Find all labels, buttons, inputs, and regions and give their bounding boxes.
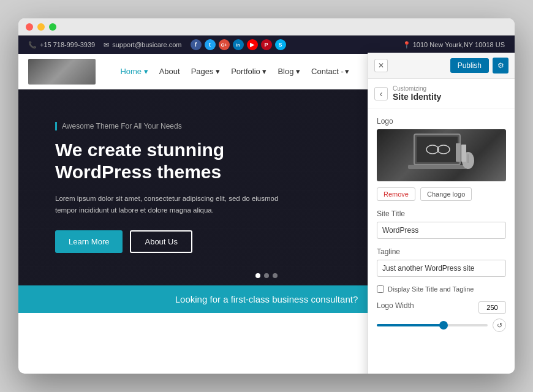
site-logo (28, 59, 96, 85)
logo-width-field-group: Logo Width ↺ (377, 301, 506, 332)
email-info: ✉ support@busicare.com (104, 41, 181, 49)
mac-titlebar (18, 18, 515, 36)
logo-width-input[interactable] (478, 301, 506, 314)
dot-3[interactable] (273, 273, 278, 278)
top-bar-left: 📞 +15 718-999-3939 ✉ support@busicare.co… (28, 39, 286, 50)
slider-fill (377, 324, 444, 326)
tagline-label: Tagline (377, 247, 506, 256)
learn-more-button[interactable]: Learn More (55, 230, 123, 253)
customizer-section-title: Site Identity (393, 92, 441, 102)
hero-description: Lorem ipsum dolor sit amet, consectetur … (55, 193, 288, 216)
publish-button[interactable]: Publish (450, 58, 489, 73)
settings-button[interactable]: ⚙ (493, 58, 508, 74)
logo-image (28, 59, 96, 85)
hero-dots (255, 273, 278, 278)
dot-1[interactable] (255, 273, 260, 278)
email-address: support@busicare.com (112, 41, 181, 48)
remove-logo-button[interactable]: Remove (377, 187, 415, 201)
change-logo-button[interactable]: Change logo (420, 187, 472, 201)
back-button[interactable]: ‹ (374, 87, 388, 100)
logo-action-buttons: Remove Change logo (377, 187, 506, 201)
logo-illustration (402, 131, 482, 180)
logo-width-row: Logo Width (377, 301, 506, 314)
customizer-close-button[interactable]: ✕ (374, 59, 388, 72)
twitter-icon[interactable]: t (205, 39, 216, 50)
dot-2[interactable] (264, 273, 269, 278)
about-us-button[interactable]: About Us (130, 230, 192, 253)
customizer-actions: Publish ⚙ (450, 58, 508, 74)
bottom-bar-text: Looking for a first-class business consu… (175, 294, 358, 304)
tagline-input[interactable] (377, 260, 506, 277)
nav-links: Home ▾ About Pages ▾ Portfolio ▾ Blog ▾ … (120, 67, 349, 76)
customizer-body: Logo (368, 108, 515, 374)
customizer-nav-info: Customizing Site Identity (393, 85, 441, 102)
slider-track[interactable] (377, 324, 488, 326)
pinterest-icon[interactable]: P (261, 39, 272, 50)
display-checkbox-row: Display Site Title and Tagline (377, 285, 506, 293)
top-bar: 📞 +15 718-999-3939 ✉ support@busicare.co… (18, 36, 515, 54)
social-icons: f t G+ in ▶ P S (191, 39, 286, 50)
customizer-panel: ✕ Publish ⚙ ‹ Customizing Site Identity … (368, 53, 515, 374)
location-icon: 📍 (403, 41, 411, 48)
logo-label: Logo (377, 117, 506, 126)
hero-content: Awesome Theme For All Your Needs We crea… (55, 122, 337, 253)
nav-pages[interactable]: Pages ▾ (191, 67, 220, 76)
googleplus-icon[interactable]: G+ (219, 39, 230, 50)
nav-portfolio[interactable]: Portfolio ▾ (231, 67, 266, 76)
facebook-icon[interactable]: f (191, 39, 202, 50)
mac-close-button[interactable] (26, 23, 33, 31)
mac-window: 📞 +15 718-999-3939 ✉ support@busicare.co… (18, 18, 515, 374)
site-title-input[interactable] (377, 222, 506, 239)
customizer-breadcrumb: Customizing (393, 85, 441, 92)
logo-preview-image (377, 129, 506, 181)
svg-rect-6 (461, 145, 466, 162)
svg-rect-5 (456, 143, 461, 162)
logo-field-group: Logo (377, 117, 506, 201)
nav-about[interactable]: About (159, 67, 180, 76)
customizer-nav: ‹ Customizing Site Identity (368, 79, 515, 108)
logo-width-label: Logo Width (377, 301, 414, 310)
linkedin-icon[interactable]: in (233, 39, 244, 50)
phone-number: +15 718-999-3939 (40, 41, 95, 48)
phone-icon: 📞 (28, 41, 37, 49)
logo-preview (377, 129, 506, 181)
skype-icon[interactable]: S (275, 39, 286, 50)
mac-maximize-button[interactable] (49, 23, 56, 31)
nav-contact[interactable]: Contact - ▾ (311, 67, 349, 76)
site-title-label: Site Title (377, 209, 506, 218)
address-info: 📍 1010 New Yourk,NY 10018 US (403, 41, 505, 49)
hero-title: We create stunning WordPress themes (55, 139, 337, 183)
youtube-icon[interactable]: ▶ (247, 39, 258, 50)
display-checkbox-label: Display Site Title and Tagline (388, 285, 474, 293)
nav-blog[interactable]: Blog ▾ (278, 67, 300, 76)
customizer-header: ✕ Publish ⚙ (368, 53, 515, 79)
website-preview: 📞 +15 718-999-3939 ✉ support@busicare.co… (18, 36, 515, 374)
svg-rect-2 (408, 165, 466, 169)
site-title-field-group: Site Title (377, 209, 506, 239)
tagline-field-group: Tagline (377, 247, 506, 277)
display-checkbox[interactable] (377, 285, 384, 293)
phone-info: 📞 +15 718-999-3939 (28, 41, 95, 49)
reset-slider-button[interactable]: ↺ (493, 318, 506, 332)
nav-home[interactable]: Home ▾ (120, 67, 148, 76)
email-icon: ✉ (104, 41, 109, 49)
hero-tagline: Awesome Theme For All Your Needs (55, 122, 337, 130)
hero-buttons: Learn More About Us (55, 230, 337, 253)
logo-width-slider-row: ↺ (377, 318, 506, 332)
mac-minimize-button[interactable] (37, 23, 45, 31)
slider-thumb[interactable] (439, 321, 448, 330)
address-text: 1010 New Yourk,NY 10018 US (413, 41, 505, 48)
